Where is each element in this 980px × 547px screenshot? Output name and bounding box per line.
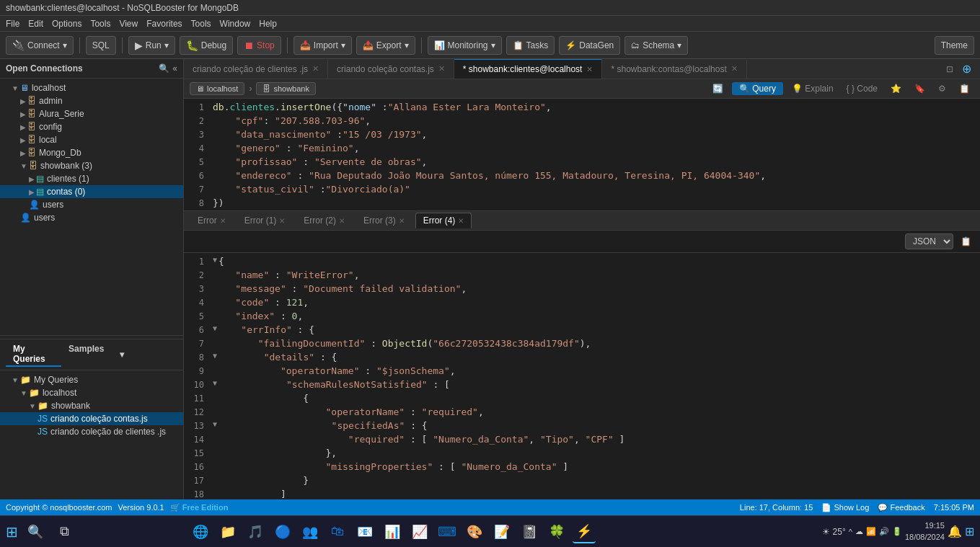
outlook-icon[interactable]: 📧: [353, 520, 376, 543]
sidebar-item-local[interactable]: ▶ 🗄 local: [0, 133, 183, 146]
notification-icon[interactable]: 🔔: [948, 525, 962, 538]
copy-result-button[interactable]: 📋: [958, 235, 974, 248]
search-taskbar-icon[interactable]: 🔍: [24, 520, 47, 543]
bookmark-button[interactable]: 🔖: [910, 82, 930, 95]
result-tab-error-4[interactable]: Error (4) ✕: [415, 213, 472, 228]
powerbi-icon[interactable]: 📈: [408, 520, 431, 543]
notion-icon[interactable]: 📝: [490, 520, 513, 543]
run-button[interactable]: ▶ Run ▾: [128, 36, 175, 55]
monitoring-button[interactable]: 📊 Monitoring ▾: [428, 36, 502, 55]
close-tab-contas[interactable]: ✕: [438, 64, 445, 74]
debug-button[interactable]: 🐛 Debug: [180, 36, 233, 55]
query-item-root[interactable]: ▼ 📁 My Queries: [0, 373, 183, 386]
code-editor[interactable]: 1 db.clientes.insertOne({"nome" :"Allana…: [184, 99, 980, 210]
explain-button[interactable]: 💡 Explain: [787, 82, 838, 95]
copy-button[interactable]: 📋: [955, 82, 974, 95]
collapse-10[interactable]: ▼: [213, 379, 217, 387]
tab-showbank-contas[interactable]: * showbank:contas@localhost ✕: [602, 60, 746, 79]
result-tab-error-2[interactable]: Error (2) ✕: [296, 213, 353, 228]
show-log-button[interactable]: 📄 Show Log: [821, 503, 869, 512]
mongodb-icon[interactable]: 🍀: [545, 520, 568, 543]
tray-chevron[interactable]: ^: [849, 528, 852, 536]
menu-tools2[interactable]: Tools: [191, 19, 211, 29]
tab-contas[interactable]: criando coleção contas.js ✕: [328, 60, 454, 79]
sidebar-item-users-showbank[interactable]: 👤 users: [0, 198, 183, 211]
taskview-icon-right[interactable]: ⊞: [965, 525, 974, 538]
edge-icon[interactable]: 🌐: [189, 520, 212, 543]
tasks-button[interactable]: 📋 Tasks: [506, 36, 555, 55]
sidebar-item-mongodb[interactable]: ▶ 🗄 Mongo_Db: [0, 146, 183, 159]
collapse-queries-icon[interactable]: ▾: [120, 350, 177, 360]
vscode-icon[interactable]: ⌨: [436, 520, 459, 543]
close-error[interactable]: ✕: [220, 217, 226, 225]
menu-tools[interactable]: Tools: [90, 19, 110, 29]
split-view-button[interactable]: ⊡: [943, 63, 956, 76]
blender-icon[interactable]: 🎨: [463, 520, 486, 543]
dataGen-button[interactable]: ⚡ DataGen: [559, 36, 620, 55]
stop-button[interactable]: ⏹ Stop: [237, 36, 281, 55]
menu-window[interactable]: Window: [220, 19, 251, 29]
close-tab-showbank-contas[interactable]: ✕: [731, 64, 738, 74]
collapse-8[interactable]: ▼: [213, 352, 217, 360]
spotify-icon[interactable]: 🎵: [244, 520, 267, 543]
battery-icon[interactable]: 🔋: [892, 527, 902, 536]
menu-view[interactable]: View: [119, 19, 138, 29]
database-badge[interactable]: 🗄 showbank: [256, 82, 316, 95]
refresh-button[interactable]: 🔄: [708, 82, 728, 95]
clock[interactable]: 19:15 18/08/2024: [905, 520, 945, 543]
schema-button[interactable]: 🗂 Schema ▾: [624, 36, 688, 55]
star-icon-btn[interactable]: ⭐: [886, 82, 906, 95]
connection-badge[interactable]: 🖥 localhost: [190, 82, 244, 95]
sidebar-item-clientes[interactable]: ▶ ▤ clientes (1): [0, 172, 183, 185]
menu-options[interactable]: Options: [52, 19, 81, 29]
nosqlbooster-icon[interactable]: ⚡: [573, 520, 596, 543]
format-select[interactable]: JSON Table Tree: [905, 234, 953, 249]
result-tab-error[interactable]: Error ✕: [190, 213, 234, 228]
settings-button[interactable]: ⚙: [934, 82, 950, 95]
menu-edit[interactable]: Edit: [28, 19, 43, 29]
export-button[interactable]: 📤 Export ▾: [356, 36, 415, 55]
taskview-icon[interactable]: ⧉: [53, 520, 76, 543]
query-item-showbank[interactable]: ▼ 📁 showbank: [0, 399, 183, 412]
collapse-1[interactable]: ▼: [213, 256, 217, 264]
wifi-icon[interactable]: 📶: [866, 527, 876, 536]
tab-my-queries[interactable]: My Queries: [6, 342, 61, 367]
collapse-6[interactable]: ▼: [213, 324, 217, 332]
collapse-13[interactable]: ▼: [213, 420, 217, 428]
result-tab-error-3[interactable]: Error (3) ✕: [356, 213, 412, 228]
menu-help[interactable]: Help: [259, 19, 277, 29]
sidebar-item-showbank[interactable]: ▼ 🗄 showbank (3): [0, 159, 183, 172]
result-tab-error-1[interactable]: Error (1) ✕: [237, 213, 293, 228]
collapse-sidebar-icon[interactable]: «: [172, 63, 177, 74]
chrome-icon[interactable]: 🔵: [271, 520, 294, 543]
store-icon[interactable]: 🛍: [326, 520, 349, 543]
query-button[interactable]: 🔍 Query: [732, 82, 783, 95]
theme-button[interactable]: Theme: [935, 36, 974, 55]
tab-showbank-clientes[interactable]: * showbank:clientes@localhost ✕: [454, 59, 603, 79]
free-edition-badge[interactable]: 🛒 Free Edition: [170, 503, 229, 512]
sidebar-item-users-top[interactable]: 👤 users: [0, 211, 183, 224]
sidebar-item-admin[interactable]: ▶ 🗄 admin: [0, 94, 183, 107]
close-tab-clientes[interactable]: ✕: [312, 64, 319, 74]
import-button[interactable]: 📥 Import ▾: [293, 36, 352, 55]
explorer-icon[interactable]: 📁: [216, 520, 239, 543]
network-icon[interactable]: ☁: [855, 527, 863, 536]
menu-favorites[interactable]: Favorites: [146, 19, 182, 29]
start-button[interactable]: ⊞: [6, 523, 18, 541]
search-icon[interactable]: 🔍: [159, 63, 169, 74]
excel-icon[interactable]: 📊: [381, 520, 404, 543]
code-button[interactable]: { } Code: [842, 82, 882, 95]
sidebar-item-localhost[interactable]: ▼ 🖥 localhost: [0, 81, 183, 94]
sql-button[interactable]: SQL: [86, 36, 116, 55]
teams-icon[interactable]: 👥: [299, 520, 322, 543]
sidebar-item-config[interactable]: ▶ 🗄 config: [0, 120, 183, 133]
close-tab-showbank-clientes[interactable]: ✕: [586, 65, 593, 74]
close-error-2[interactable]: ✕: [339, 217, 345, 225]
connect-button[interactable]: 🔌 Connect ▾: [6, 36, 74, 55]
close-error-4[interactable]: ✕: [458, 217, 464, 225]
tab-samples[interactable]: Samples: [61, 342, 117, 367]
close-error-1[interactable]: ✕: [279, 217, 285, 225]
menu-file[interactable]: File: [6, 19, 19, 29]
tab-clientes[interactable]: criando coleção de clientes .js ✕: [184, 60, 328, 79]
sidebar-item-contas[interactable]: ▶ ▤ contas (0): [0, 185, 183, 198]
